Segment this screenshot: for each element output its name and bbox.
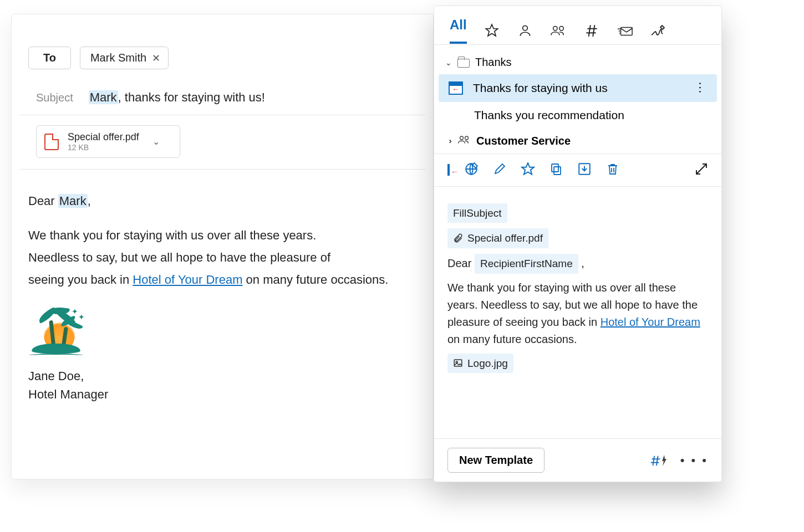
greeting-prefix: Dear [28,194,58,208]
preview-logo-label: Logo.jpg [467,355,508,371]
tool-edit-icon[interactable] [493,162,506,178]
template-item-other[interactable]: Thanks you recommendation [434,102,721,129]
subject-rest: , thanks for staying with us! [118,90,265,104]
svg-point-3 [559,26,564,30]
template-item-other-label: Thanks you recommendation [474,109,624,122]
subject-row: Subject Mark, thanks for staying with us… [19,80,425,115]
preview-hotel-link[interactable]: Hotel of Your Dream [601,316,700,328]
tab-all[interactable]: All [450,17,467,44]
body-line3-pre: seeing you back in [28,273,133,287]
tab-favorites-icon[interactable] [484,22,500,39]
template-item-selected[interactable]: Thanks for staying with us ⋯ [439,74,717,102]
templates-footer: New Template • • • [434,438,721,482]
folder-customer-label: Customer Service [476,135,571,147]
subject-input[interactable]: Mark, thanks for staying with us! [89,90,265,105]
subject-label: Subject [36,91,73,104]
svg-point-2 [553,26,557,30]
tool-import-icon[interactable] [577,162,592,178]
body-line-1: We thank you for staying with us over al… [28,226,416,245]
templates-tree: ⌄ Thanks Thanks for staying with us ⋯ Th… [434,45,721,154]
svg-line-23 [653,456,654,465]
preview-attachment: Special offer.pdf [447,228,548,248]
signature: Jane Doe, Hotel Manager [28,367,416,403]
folder-icon [457,59,470,68]
template-preview: FillSubject Special offer.pdf Dear Recip… [434,187,721,384]
footer-more-icon[interactable]: • • • [680,453,708,468]
recipient-chip[interactable]: Mark Smith ✕ [80,47,169,69]
folder-customer-service[interactable]: ⌄ Customer Service [434,129,721,154]
email-body[interactable]: Dear Mark, We thank you for staying with… [12,170,433,403]
chevron-right-icon: ⌄ [444,138,453,145]
tab-hash-icon[interactable] [583,22,600,39]
body-line-3: seeing you back in Hotel of Your Dream o… [28,270,416,289]
svg-line-6 [588,25,590,37]
svg-point-1 [522,25,527,30]
tool-edit-html-icon[interactable] [464,162,479,178]
svg-rect-8 [620,27,632,35]
signature-name: Jane Doe, [28,367,416,385]
attachment-card[interactable]: Special offer.pdf 12 KB ⌄ [36,125,180,158]
svg-point-13 [465,136,469,140]
new-template-button[interactable]: New Template [447,448,545,473]
preview-greeting-prefix: Dear [447,257,475,269]
preview-body: We thank you for staying with us over al… [447,279,708,348]
attachment-row: Special offer.pdf 12 KB ⌄ [19,115,425,170]
pdf-icon [44,134,59,150]
tab-person-icon[interactable] [517,22,533,39]
subject-name-highlight: Mark [89,90,118,104]
body-line-2: Needless to say, but we all hope to have… [28,248,416,267]
compose-panel: To Mark Smith ✕ Subject Mark, thanks for… [11,14,434,479]
preview-greeting-suffix: , [578,257,584,269]
tab-signature-icon[interactable] [650,22,666,39]
preview-attachment-label: Special offer.pdf [467,230,543,246]
svg-line-7 [593,25,594,37]
logo-image: ✦✦ [28,306,84,357]
paperclip-icon [453,233,463,243]
svg-rect-17 [552,164,558,172]
template-toolbar [434,154,721,187]
svg-marker-25 [662,455,666,466]
hotel-link[interactable]: Hotel of Your Dream [133,273,242,287]
folder-thanks-label: Thanks [475,56,512,69]
to-row: To Mark Smith ✕ [12,14,433,80]
svg-marker-15 [522,163,534,175]
insert-template-icon [449,81,463,95]
tool-expand-icon[interactable] [695,162,708,178]
preview-logo-file: Logo.jpg [447,354,513,373]
svg-line-24 [656,456,658,465]
preview-greeting: Dear RecipientFirstName , [447,254,708,273]
tool-copy-icon[interactable] [549,162,563,178]
tab-mail-icon[interactable] [617,22,633,39]
macro-recipient-first-name: RecipientFirstName [475,254,578,273]
attachment-size: 12 KB [68,143,139,152]
tool-delete-icon[interactable] [606,162,619,178]
greeting-suffix: , [88,194,91,208]
attachment-menu-icon[interactable]: ⌄ [152,136,160,147]
templates-tabbar: All [434,6,721,45]
tool-favorite-icon[interactable] [521,162,535,178]
template-item-selected-label: Thanks for staying with us [473,81,608,95]
footer-macro-icon[interactable] [649,454,668,467]
macro-fillsubject: FillSubject [447,203,507,223]
template-item-menu-icon[interactable]: ⋯ [693,81,708,95]
body-line3-post: on many future occasions. [242,273,388,287]
signature-title: Hotel Manager [28,385,416,403]
team-folder-icon [457,134,471,148]
tab-team-icon[interactable] [550,22,567,39]
tool-insert-icon[interactable] [447,165,450,175]
image-icon [453,358,463,368]
to-button[interactable]: To [28,47,71,69]
preview-body-post: on many future occasions. [447,333,577,345]
templates-panel: All ⌄ Thanks Thanks for staying with us … [434,6,722,482]
remove-recipient-icon[interactable]: ✕ [152,52,160,64]
folder-thanks[interactable]: ⌄ Thanks [434,50,721,74]
svg-rect-16 [554,167,561,175]
svg-marker-0 [486,24,498,36]
greeting-line: Dear Mark, [28,192,416,211]
recipient-chip-label: Mark Smith [90,52,146,64]
svg-rect-19 [454,360,462,366]
greeting-name: Mark [58,194,88,208]
attachment-name: Special offer.pdf [68,131,139,143]
svg-point-12 [460,136,464,140]
chevron-down-icon: ⌄ [445,58,452,67]
